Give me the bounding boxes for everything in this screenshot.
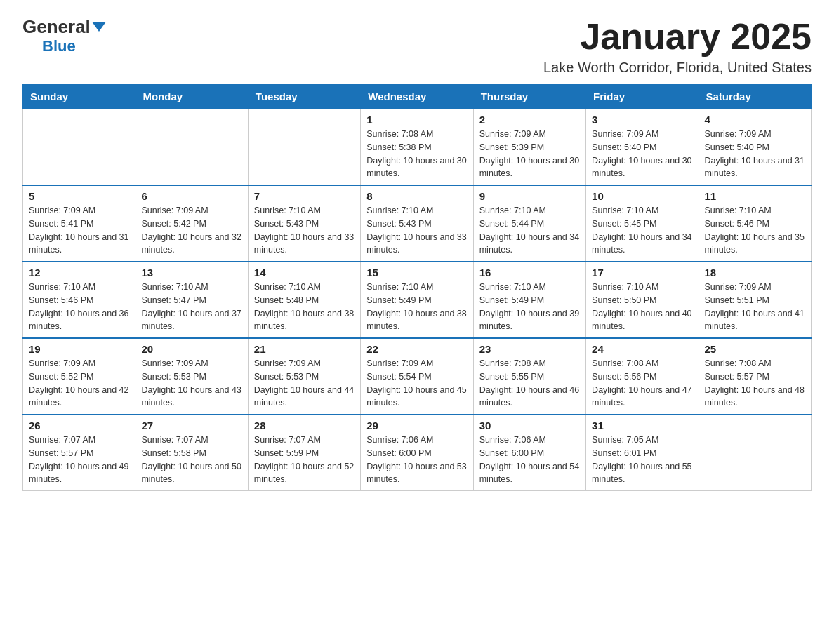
day-info: Sunrise: 7:10 AM Sunset: 5:49 PM Dayligh… (366, 281, 467, 333)
day-info: Sunrise: 7:09 AM Sunset: 5:53 PM Dayligh… (141, 357, 241, 410)
calendar-cell: 18Sunrise: 7:09 AM Sunset: 5:51 PM Dayli… (699, 262, 811, 338)
day-number: 23 (479, 343, 580, 355)
day-info: Sunrise: 7:10 AM Sunset: 5:50 PM Dayligh… (592, 281, 692, 333)
day-info: Sunrise: 7:09 AM Sunset: 5:42 PM Dayligh… (141, 204, 241, 257)
calendar-cell: 12Sunrise: 7:10 AM Sunset: 5:46 PM Dayli… (23, 262, 135, 338)
day-info: Sunrise: 7:06 AM Sunset: 6:00 PM Dayligh… (479, 434, 580, 486)
day-number: 4 (705, 114, 805, 126)
day-info: Sunrise: 7:10 AM Sunset: 5:48 PM Dayligh… (254, 281, 355, 333)
calendar-cell: 7Sunrise: 7:10 AM Sunset: 5:43 PM Daylig… (248, 185, 360, 262)
header-saturday: Saturday (699, 85, 811, 109)
calendar-cell: 21Sunrise: 7:09 AM Sunset: 5:53 PM Dayli… (248, 338, 360, 415)
header-friday: Friday (586, 85, 699, 109)
calendar-cell: 14Sunrise: 7:10 AM Sunset: 5:48 PM Dayli… (248, 262, 360, 338)
calendar-cell: 31Sunrise: 7:05 AM Sunset: 6:01 PM Dayli… (586, 415, 699, 491)
day-number: 5 (29, 190, 129, 202)
day-number: 28 (254, 420, 355, 431)
calendar-cell: 19Sunrise: 7:09 AM Sunset: 5:52 PM Dayli… (23, 338, 135, 415)
day-info: Sunrise: 7:09 AM Sunset: 5:54 PM Dayligh… (366, 357, 467, 410)
logo-general-text: General (22, 16, 106, 37)
calendar-cell: 1Sunrise: 7:08 AM Sunset: 5:38 PM Daylig… (361, 109, 473, 185)
day-number: 10 (592, 190, 692, 202)
calendar-week-3: 12Sunrise: 7:10 AM Sunset: 5:46 PM Dayli… (23, 262, 812, 338)
day-info: Sunrise: 7:10 AM Sunset: 5:47 PM Dayligh… (141, 281, 241, 333)
day-info: Sunrise: 7:08 AM Sunset: 5:57 PM Dayligh… (705, 357, 805, 410)
day-info: Sunrise: 7:07 AM Sunset: 5:58 PM Dayligh… (141, 434, 241, 486)
location-title: Lake Worth Corridor, Florida, United Sta… (543, 60, 812, 76)
header-thursday: Thursday (473, 85, 585, 109)
calendar-cell: 10Sunrise: 7:10 AM Sunset: 5:45 PM Dayli… (586, 185, 699, 262)
calendar-cell: 25Sunrise: 7:08 AM Sunset: 5:57 PM Dayli… (699, 338, 811, 415)
calendar-week-4: 19Sunrise: 7:09 AM Sunset: 5:52 PM Dayli… (23, 338, 812, 415)
day-info: Sunrise: 7:06 AM Sunset: 6:00 PM Dayligh… (366, 434, 467, 486)
calendar-cell (248, 109, 360, 185)
header-sunday: Sunday (23, 85, 135, 109)
day-number: 22 (366, 343, 467, 355)
calendar-week-5: 26Sunrise: 7:07 AM Sunset: 5:57 PM Dayli… (23, 415, 812, 491)
day-info: Sunrise: 7:10 AM Sunset: 5:43 PM Dayligh… (366, 204, 467, 257)
day-number: 9 (479, 190, 580, 202)
day-number: 31 (592, 420, 692, 431)
day-number: 18 (705, 267, 805, 279)
day-number: 3 (592, 114, 692, 126)
calendar-cell: 9Sunrise: 7:10 AM Sunset: 5:44 PM Daylig… (473, 185, 585, 262)
day-number: 26 (29, 420, 129, 431)
day-number: 6 (141, 190, 241, 202)
day-number: 17 (592, 267, 692, 279)
calendar-cell: 23Sunrise: 7:08 AM Sunset: 5:55 PM Dayli… (473, 338, 585, 415)
calendar-cell: 8Sunrise: 7:10 AM Sunset: 5:43 PM Daylig… (361, 185, 473, 262)
header-monday: Monday (135, 85, 248, 109)
day-info: Sunrise: 7:09 AM Sunset: 5:39 PM Dayligh… (479, 128, 580, 180)
calendar-cell: 5Sunrise: 7:09 AM Sunset: 5:41 PM Daylig… (23, 185, 135, 262)
calendar-cell: 11Sunrise: 7:10 AM Sunset: 5:46 PM Dayli… (699, 185, 811, 262)
day-info: Sunrise: 7:07 AM Sunset: 5:59 PM Dayligh… (254, 434, 355, 486)
calendar-cell: 16Sunrise: 7:10 AM Sunset: 5:49 PM Dayli… (473, 262, 585, 338)
day-info: Sunrise: 7:09 AM Sunset: 5:40 PM Dayligh… (705, 128, 805, 180)
day-number: 27 (141, 420, 241, 431)
calendar-cell: 6Sunrise: 7:09 AM Sunset: 5:42 PM Daylig… (135, 185, 248, 262)
day-info: Sunrise: 7:09 AM Sunset: 5:53 PM Dayligh… (254, 357, 355, 410)
day-info: Sunrise: 7:08 AM Sunset: 5:38 PM Dayligh… (366, 128, 467, 180)
calendar-cell (23, 109, 135, 185)
calendar-cell: 17Sunrise: 7:10 AM Sunset: 5:50 PM Dayli… (586, 262, 699, 338)
day-number: 16 (479, 267, 580, 279)
calendar-cell (699, 415, 811, 491)
header-wednesday: Wednesday (361, 85, 473, 109)
day-number: 13 (141, 267, 241, 279)
day-info: Sunrise: 7:09 AM Sunset: 5:51 PM Dayligh… (705, 281, 805, 333)
day-info: Sunrise: 7:10 AM Sunset: 5:44 PM Dayligh… (479, 204, 580, 257)
calendar-cell: 28Sunrise: 7:07 AM Sunset: 5:59 PM Dayli… (248, 415, 360, 491)
logo-blue-text: Blue (42, 37, 76, 55)
calendar-cell: 24Sunrise: 7:08 AM Sunset: 5:56 PM Dayli… (586, 338, 699, 415)
logo: General Blue (22, 17, 106, 55)
day-info: Sunrise: 7:08 AM Sunset: 5:55 PM Dayligh… (479, 357, 580, 410)
day-info: Sunrise: 7:09 AM Sunset: 5:52 PM Dayligh… (29, 357, 129, 410)
calendar-week-1: 1Sunrise: 7:08 AM Sunset: 5:38 PM Daylig… (23, 109, 812, 185)
day-info: Sunrise: 7:10 AM Sunset: 5:43 PM Dayligh… (254, 204, 355, 257)
calendar-cell: 13Sunrise: 7:10 AM Sunset: 5:47 PM Dayli… (135, 262, 248, 338)
day-number: 29 (366, 420, 467, 431)
day-number: 19 (29, 343, 129, 355)
day-number: 14 (254, 267, 355, 279)
day-info: Sunrise: 7:07 AM Sunset: 5:57 PM Dayligh… (29, 434, 129, 486)
day-info: Sunrise: 7:10 AM Sunset: 5:45 PM Dayligh… (592, 204, 692, 257)
day-info: Sunrise: 7:10 AM Sunset: 5:46 PM Dayligh… (705, 204, 805, 257)
calendar-cell: 27Sunrise: 7:07 AM Sunset: 5:58 PM Dayli… (135, 415, 248, 491)
calendar-cell: 30Sunrise: 7:06 AM Sunset: 6:00 PM Dayli… (473, 415, 585, 491)
day-number: 30 (479, 420, 580, 431)
header-tuesday: Tuesday (248, 85, 360, 109)
day-info: Sunrise: 7:10 AM Sunset: 5:49 PM Dayligh… (479, 281, 580, 333)
calendar-cell: 2Sunrise: 7:09 AM Sunset: 5:39 PM Daylig… (473, 109, 585, 185)
day-number: 1 (366, 114, 467, 126)
day-info: Sunrise: 7:05 AM Sunset: 6:01 PM Dayligh… (592, 434, 692, 486)
page-header: General Blue January 2025 Lake Worth Cor… (22, 17, 812, 76)
calendar-header-row: Sunday Monday Tuesday Wednesday Thursday… (23, 85, 812, 109)
day-info: Sunrise: 7:09 AM Sunset: 5:41 PM Dayligh… (29, 204, 129, 257)
month-title: January 2025 (543, 17, 812, 57)
day-number: 12 (29, 267, 129, 279)
calendar-table: Sunday Monday Tuesday Wednesday Thursday… (22, 84, 812, 491)
day-info: Sunrise: 7:10 AM Sunset: 5:46 PM Dayligh… (29, 281, 129, 333)
calendar-cell: 20Sunrise: 7:09 AM Sunset: 5:53 PM Dayli… (135, 338, 248, 415)
calendar-cell (135, 109, 248, 185)
day-number: 24 (592, 343, 692, 355)
